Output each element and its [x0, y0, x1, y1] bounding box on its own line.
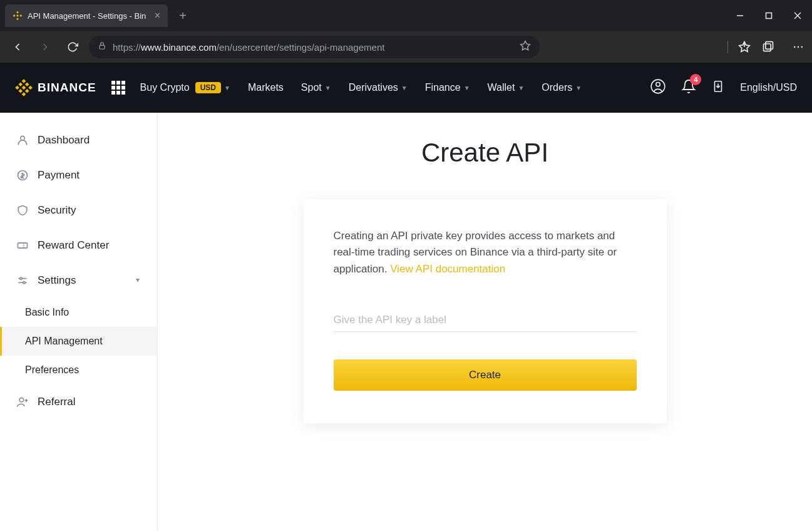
- lock-icon: [98, 41, 106, 53]
- svg-marker-10: [521, 41, 530, 50]
- nav-menu: Buy Crypto USD ▼ Markets Spot▼ Derivativ…: [140, 82, 582, 93]
- url-path: /en/usercenter/settings/api-management: [217, 42, 384, 53]
- nav-wallet[interactable]: Wallet▼: [488, 82, 525, 93]
- download-icon[interactable]: [711, 80, 725, 96]
- usd-badge: USD: [195, 82, 221, 93]
- sliders-icon: [16, 274, 29, 287]
- shield-icon: [16, 204, 29, 217]
- caret-down-icon: ▼: [401, 85, 408, 91]
- url-protocol: https://: [113, 42, 141, 53]
- collections-icon[interactable]: [761, 41, 776, 53]
- sidebar-item-referral[interactable]: Referral: [0, 384, 157, 420]
- sidebar-item-payment[interactable]: Payment: [0, 158, 157, 193]
- url-text: https://www.binance.com/en/usercenter/se…: [113, 42, 515, 53]
- refresh-button[interactable]: [61, 36, 84, 58]
- nav-buy-crypto[interactable]: Buy Crypto USD ▼: [140, 82, 230, 93]
- minimize-button[interactable]: [726, 6, 754, 26]
- svg-point-31: [21, 136, 25, 140]
- caret-down-icon: ▼: [518, 85, 524, 91]
- sidebar-label: Reward Center: [38, 239, 109, 252]
- svg-rect-22: [22, 86, 26, 90]
- sidebar-subitem-preferences[interactable]: Preferences: [0, 356, 157, 384]
- sidebar-label: Security: [38, 204, 76, 217]
- maximize-button[interactable]: [754, 6, 783, 26]
- sidebar-item-dashboard[interactable]: Dashboard: [0, 123, 157, 158]
- sidebar-label: Payment: [38, 169, 80, 182]
- svg-rect-33: [18, 243, 28, 248]
- apps-grid-icon[interactable]: [111, 81, 125, 95]
- nav-markets-label: Markets: [248, 82, 284, 93]
- svg-rect-1: [13, 14, 16, 17]
- sidebar-item-security[interactable]: Security: [0, 193, 157, 228]
- card-description: Creating an API private key provides acc…: [334, 228, 637, 277]
- api-doc-link[interactable]: View API documentation: [390, 263, 505, 275]
- nav-derivatives[interactable]: Derivatives▼: [349, 82, 408, 93]
- svg-rect-9: [100, 45, 105, 49]
- caret-down-icon: ▼: [325, 85, 331, 91]
- browser-chrome: API Management - Settings - Bin × + http…: [0, 0, 812, 63]
- favorites-icon[interactable]: [737, 41, 752, 53]
- svg-point-37: [20, 277, 22, 279]
- person-plus-icon: [16, 396, 29, 408]
- sidebar-item-reward-center[interactable]: Reward Center: [0, 228, 157, 263]
- svg-rect-13: [764, 44, 771, 51]
- bookmark-star-icon[interactable]: [520, 40, 531, 54]
- back-button[interactable]: [6, 36, 29, 58]
- sidebar-subitem-api-management[interactable]: API Management: [0, 327, 157, 356]
- sidebar-subitem-basic-info[interactable]: Basic Info: [0, 298, 157, 327]
- language-currency[interactable]: English/USD: [740, 82, 797, 93]
- nav-orders[interactable]: Orders▼: [542, 82, 582, 93]
- tab-title: API Management - Settings - Bin: [28, 11, 150, 21]
- svg-rect-19: [15, 86, 19, 90]
- tab-bar: API Management - Settings - Bin × +: [0, 0, 812, 31]
- browser-tab[interactable]: API Management - Settings - Bin ×: [5, 4, 168, 27]
- forward-button[interactable]: [34, 36, 56, 58]
- menu-dots-icon[interactable]: [791, 41, 806, 53]
- sidebar-label: Referral: [38, 396, 75, 408]
- svg-point-28: [656, 83, 660, 87]
- nav-markets[interactable]: Markets: [248, 82, 284, 93]
- header-right: 4 English/USD: [650, 78, 797, 97]
- api-label-input[interactable]: [334, 309, 637, 332]
- nav-finance[interactable]: Finance▼: [425, 82, 470, 93]
- svg-point-15: [794, 46, 796, 48]
- dollar-icon: [16, 169, 29, 182]
- svg-point-17: [801, 46, 803, 48]
- sidebar-item-settings[interactable]: Settings ▲: [0, 263, 157, 298]
- sidebar: Dashboard Payment Security Reward Center…: [0, 113, 158, 531]
- svg-rect-21: [22, 92, 26, 96]
- svg-rect-24: [25, 82, 29, 86]
- main-layout: Dashboard Payment Security Reward Center…: [0, 113, 812, 531]
- nav-buy-crypto-label: Buy Crypto: [140, 82, 190, 93]
- notification-badge: 4: [690, 74, 701, 85]
- ticket-icon: [16, 239, 29, 252]
- notifications-icon[interactable]: 4: [681, 79, 696, 96]
- new-tab-button[interactable]: +: [173, 6, 193, 26]
- svg-rect-26: [25, 89, 29, 93]
- toolbar-separator: [727, 41, 728, 53]
- nav-spot[interactable]: Spot▼: [301, 82, 331, 93]
- brand-text: BINANCE: [38, 81, 96, 95]
- binance-logo[interactable]: BINANCE: [15, 79, 96, 96]
- address-bar: https://www.binance.com/en/usercenter/se…: [0, 31, 812, 63]
- close-tab-icon[interactable]: ×: [155, 10, 160, 21]
- svg-rect-18: [22, 79, 26, 83]
- nav-wallet-label: Wallet: [488, 82, 515, 93]
- svg-rect-2: [19, 14, 22, 17]
- svg-rect-25: [18, 89, 23, 93]
- content: Create API Creating an API private key p…: [158, 113, 812, 531]
- svg-rect-14: [766, 42, 773, 49]
- create-button[interactable]: Create: [334, 359, 637, 391]
- site-header: BINANCE Buy Crypto USD ▼ Markets Spot▼ D…: [0, 63, 812, 113]
- nav-finance-label: Finance: [425, 82, 461, 93]
- sidebar-label: Dashboard: [38, 134, 90, 147]
- window-controls: [726, 6, 812, 26]
- close-window-button[interactable]: [783, 6, 812, 26]
- caret-up-icon: ▲: [135, 277, 141, 284]
- svg-rect-4: [16, 14, 19, 17]
- person-icon: [16, 134, 29, 147]
- account-icon[interactable]: [650, 78, 666, 97]
- caret-down-icon: ▼: [224, 85, 230, 91]
- svg-rect-20: [28, 86, 33, 90]
- url-box[interactable]: https://www.binance.com/en/usercenter/se…: [89, 36, 540, 58]
